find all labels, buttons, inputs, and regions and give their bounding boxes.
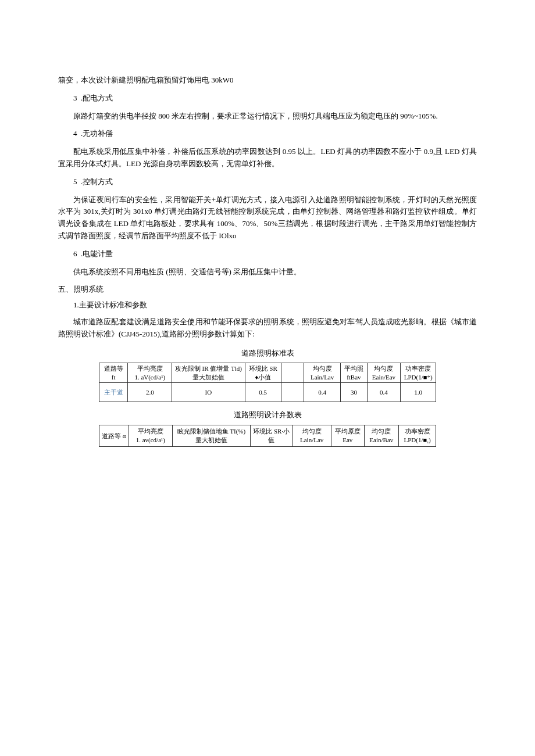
th: 功率密度LPD(1/■,) bbox=[399, 425, 436, 446]
th: 环境比 SR♦小值 bbox=[245, 363, 281, 383]
table-row: 道路等 α 平均亮度1. av(cd/a¹) 眩光限制储值地鱼 TI(%)量大初… bbox=[99, 425, 436, 446]
table2-title: 道路照明设计弁数表 bbox=[58, 409, 477, 421]
th: 均匀度Eain/Eav bbox=[367, 363, 401, 383]
heading-sub-5-1: 1.主要设计标准和参数 bbox=[73, 299, 477, 311]
table1-title: 道路照明标准表 bbox=[58, 347, 477, 360]
heading-item-4: 4 .无功补偿 bbox=[73, 128, 477, 140]
td: 2.0 bbox=[128, 382, 172, 402]
heading-item-6: 6 .电能计量 bbox=[73, 248, 477, 260]
th: 眩光限制储值地鱼 TI(%)量大初始值 bbox=[172, 425, 250, 446]
th: 平均原度Eav bbox=[331, 425, 364, 446]
th: 平均亮度1. av(cd/a¹) bbox=[129, 425, 172, 446]
th: 均匀度Lain/Lav bbox=[293, 425, 331, 446]
paragraph-4: 配电系统采用低压集中补偿，补偿后低压系统的功率因数达到 0.95 以上。LED … bbox=[58, 146, 477, 170]
td bbox=[281, 382, 304, 402]
paragraph-5-1: 城市道路应配套建设满足道路安全使用和节能环保要求的照明系统，照明应避免对车驾人员… bbox=[58, 316, 477, 341]
th: 均匀度Lain/Lav bbox=[304, 363, 341, 383]
th: 道路等 α bbox=[99, 425, 129, 446]
th: 环境比 SR·小值 bbox=[250, 425, 293, 446]
th bbox=[281, 363, 304, 383]
th: 平均亮度1. aV(cd/a¹) bbox=[128, 363, 172, 383]
heading-item-5: 5 .控制方式 bbox=[73, 176, 477, 188]
table-row: 主干道 2.0 IO 0.5 0.4 30 0.4 1.0 bbox=[99, 382, 436, 402]
th: 平均照ftBav bbox=[341, 363, 367, 383]
td: 0.5 bbox=[245, 382, 281, 402]
td: 1.0 bbox=[401, 382, 436, 402]
td: IO bbox=[172, 382, 245, 402]
table1-container: 道路等 ft 平均亮度1. aV(cd/a¹) 攻光限制 IR 值增量 Tld)… bbox=[58, 363, 477, 402]
table-standard: 道路等 ft 平均亮度1. aV(cd/a¹) 攻光限制 IR 值增量 Tld)… bbox=[99, 363, 436, 402]
th: 均匀度Eain/Bav bbox=[364, 425, 398, 446]
table2-container: 道路等 α 平均亮度1. av(cd/a¹) 眩光限制储值地鱼 TI(%)量大初… bbox=[58, 425, 477, 447]
paragraph-6: 供电系统按照不同用电性质 (照明、交通信号等) 采用低压集中计量。 bbox=[58, 266, 477, 278]
th: 道路等 ft bbox=[99, 363, 128, 383]
table-design-params: 道路等 α 平均亮度1. av(cd/a¹) 眩光限制储值地鱼 TI(%)量大初… bbox=[99, 425, 436, 447]
paragraph-3: 原路灯箱变的供电半径按 800 米左右控制，要求正常运行情况下，照明灯具端电压应… bbox=[58, 110, 477, 123]
td: 主干道 bbox=[99, 382, 128, 402]
heading-item-3: 3 .配电方式 bbox=[73, 92, 477, 105]
td: 30 bbox=[341, 382, 367, 402]
th: 功率密度LPD(1/■*) bbox=[401, 363, 436, 383]
th: 攻光限制 IR 值增量 Tld)量大加始值 bbox=[172, 363, 245, 383]
heading-section-5: 五、照明系统 bbox=[58, 284, 477, 296]
td: 0.4 bbox=[367, 382, 401, 402]
paragraph-5: 为保证夜间行车的安全性，采用智能开关+单灯调光方式，接入电源引入处道路照明智能控… bbox=[58, 194, 477, 242]
td: 0.4 bbox=[304, 382, 341, 402]
table-row: 道路等 ft 平均亮度1. aV(cd/a¹) 攻光限制 IR 值增量 Tld)… bbox=[99, 363, 436, 383]
paragraph-boxchange: 箱变，本次设计新建照明配电箱预留灯饰用电 30kW0 bbox=[58, 74, 477, 87]
